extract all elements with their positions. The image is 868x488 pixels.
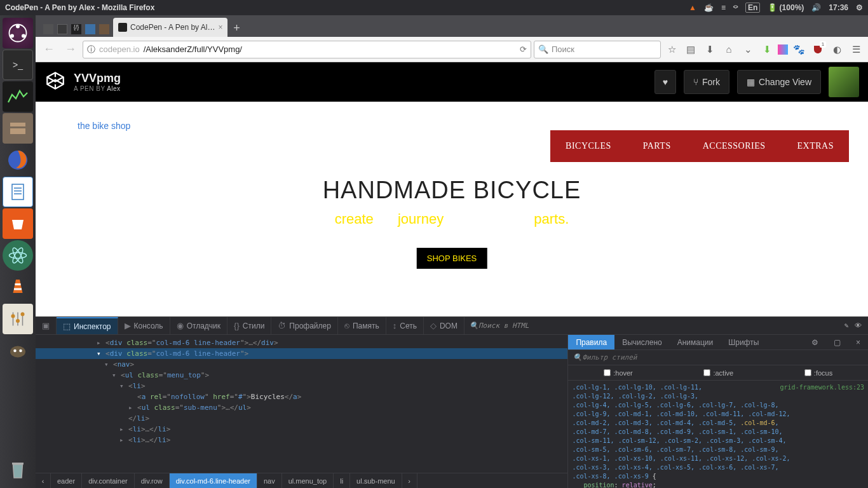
pen-title[interactable]: YVVpmg bbox=[74, 72, 121, 85]
ext2-icon[interactable] bbox=[778, 44, 788, 55]
dock-trash-icon[interactable] bbox=[3, 455, 33, 485]
rtab-fonts[interactable]: Шрифты bbox=[721, 335, 766, 349]
crumb-prev[interactable]: ‹ bbox=[36, 473, 51, 488]
nav-parts[interactable]: PARTS bbox=[643, 141, 671, 151]
crumb-col[interactable]: div.col-md-6.line-header bbox=[170, 473, 257, 488]
user-avatar[interactable] bbox=[829, 67, 859, 97]
devtools-tab-console[interactable]: ▶Консоль bbox=[118, 317, 170, 334]
crumb-next[interactable]: › bbox=[402, 473, 417, 488]
devtools-eye-icon[interactable]: 👁 bbox=[855, 322, 862, 330]
dock-gimp-icon[interactable] bbox=[3, 336, 33, 366]
pinned-tab-5[interactable] bbox=[99, 24, 109, 34]
crumb-nav[interactable]: nav bbox=[257, 473, 282, 488]
forward-button[interactable]: → bbox=[61, 40, 80, 59]
devtools-tab-memory[interactable]: ⎋Память bbox=[338, 317, 386, 334]
reader-view-icon[interactable]: ▤ bbox=[682, 41, 699, 58]
active-browser-tab[interactable]: CodePen - A Pen by Al… × bbox=[113, 18, 227, 37]
rules-options-icon[interactable]: ⚙ bbox=[804, 335, 826, 349]
pen-author-link[interactable]: Alex bbox=[107, 85, 120, 92]
devtools-tab-network[interactable]: ↕Сеть bbox=[386, 317, 424, 334]
keyboard-lang[interactable]: En bbox=[745, 3, 760, 13]
devtools-html-search[interactable]: 🔍 Поиск в HTML bbox=[465, 317, 837, 334]
rules-filter-input[interactable]: 🔍 Фильтр стилей bbox=[568, 350, 868, 365]
volume-tray-icon[interactable]: 🔊 bbox=[811, 3, 821, 12]
dock-vlc-icon[interactable] bbox=[3, 272, 33, 302]
tab-close-icon[interactable]: × bbox=[218, 23, 222, 32]
dock-terminal-icon[interactable]: >_ bbox=[3, 50, 33, 80]
tab-favicon-icon bbox=[118, 23, 127, 32]
devtools-tab-styles[interactable]: {}Стили bbox=[227, 317, 271, 334]
fork-button[interactable]: ⑂Fork bbox=[684, 70, 729, 94]
reload-icon[interactable]: ⟳ bbox=[520, 44, 527, 54]
wifi-tray-icon[interactable]: ⌔ bbox=[733, 3, 738, 12]
devtools-edit-icon[interactable]: ✎ bbox=[844, 322, 848, 330]
battery-icon[interactable]: 🔋 (100%) bbox=[768, 3, 804, 12]
dock-firefox-icon[interactable] bbox=[3, 145, 33, 175]
pseudo-focus[interactable]: :focus bbox=[804, 369, 832, 377]
coffee-tray-icon[interactable]: ☕ bbox=[704, 3, 714, 12]
nav-extras[interactable]: EXTRAS bbox=[797, 141, 834, 151]
html-tree[interactable]: ▸<div class="col-md-6 line-header">…</di… bbox=[36, 335, 567, 473]
url-bar[interactable]: ⓘ codepen.io/AleksanderZ/full/YVVpmg/ ⟳ bbox=[83, 41, 531, 58]
pseudo-hover[interactable]: :hover bbox=[604, 369, 633, 377]
rtab-rules[interactable]: Правила bbox=[568, 335, 614, 349]
vlc-tray-icon[interactable]: ▲ bbox=[689, 3, 696, 12]
devtools-tab-debugger[interactable]: ◉Отладчик bbox=[170, 317, 227, 334]
menu-tray-icon[interactable]: ≡ bbox=[721, 3, 726, 12]
devtools-tab-profiler[interactable]: ⏱Профайлер bbox=[271, 317, 338, 334]
rules-close-icon[interactable]: × bbox=[848, 335, 868, 349]
search-bar[interactable]: 🔍 Поиск bbox=[534, 41, 661, 58]
site-info-icon[interactable]: ⓘ bbox=[87, 44, 95, 55]
shop-brand-link[interactable]: the bike shop bbox=[78, 121, 130, 131]
rtab-anim[interactable]: Анимации bbox=[670, 335, 721, 349]
dock-atom-icon[interactable] bbox=[3, 240, 33, 271]
new-tab-button[interactable]: + bbox=[227, 19, 245, 37]
crumb-ul[interactable]: ul.menu_top bbox=[282, 473, 334, 488]
rtab-computed[interactable]: Вычислено bbox=[614, 335, 670, 349]
ext3-icon[interactable]: 🐾 bbox=[790, 41, 807, 58]
menu-icon[interactable]: ☰ bbox=[848, 41, 864, 58]
bookmark-star-icon[interactable]: ☆ bbox=[663, 41, 680, 58]
pinned-tab-4[interactable] bbox=[85, 24, 95, 34]
ext5-icon[interactable]: ◐ bbox=[829, 41, 845, 58]
crumb-submenu[interactable]: ul.sub-menu bbox=[350, 473, 402, 488]
search-engine-icon[interactable]: 🔍 bbox=[538, 44, 548, 54]
ext1-icon[interactable]: ⬇ bbox=[759, 41, 775, 58]
rules-dock-icon[interactable]: ▢ bbox=[826, 335, 848, 349]
crumb-container[interactable]: div.container bbox=[82, 473, 135, 488]
dock-store-icon[interactable] bbox=[3, 208, 33, 239]
heart-icon: ♥ bbox=[663, 77, 668, 87]
crumb-row[interactable]: div.row bbox=[135, 473, 170, 488]
ublock-icon[interactable] bbox=[810, 41, 826, 58]
pseudo-active[interactable]: :active bbox=[703, 369, 733, 377]
rule-source-link[interactable]: grid-framework.less:23 bbox=[780, 383, 864, 392]
back-button[interactable]: ← bbox=[39, 40, 58, 59]
home-icon[interactable]: ⌂ bbox=[721, 41, 737, 58]
crumb-li[interactable]: li bbox=[334, 473, 350, 488]
dock-writer-icon[interactable] bbox=[3, 177, 33, 207]
crumb-header[interactable]: eader bbox=[51, 473, 82, 488]
shop-bikes-button[interactable]: SHOP BIKES bbox=[417, 248, 487, 269]
settings-gear-icon[interactable]: ⚙ bbox=[856, 3, 863, 12]
nav-bicycles[interactable]: BICYCLES bbox=[566, 141, 611, 151]
devtools-tab-inspector[interactable]: ⬚Инспектор bbox=[57, 317, 118, 334]
clock[interactable]: 17:36 bbox=[829, 3, 848, 12]
codepen-logo-icon[interactable] bbox=[44, 70, 66, 94]
pocket-icon[interactable]: ⌄ bbox=[740, 41, 756, 58]
pinned-tab-2[interactable] bbox=[57, 24, 67, 34]
devtools-iframe-icon[interactable]: ▣ bbox=[36, 317, 57, 334]
dock-mixer-icon[interactable] bbox=[3, 304, 33, 334]
nav-accessories[interactable]: ACCESSORIES bbox=[703, 141, 766, 151]
pinned-tab-1[interactable] bbox=[43, 24, 53, 34]
dock-ubuntu-icon[interactable] bbox=[3, 18, 33, 48]
dock-files-icon[interactable] bbox=[3, 113, 33, 144]
pinned-tabs: {/} bbox=[39, 22, 113, 37]
downloads-icon[interactable]: ⬇ bbox=[702, 41, 718, 58]
dock-monitor-icon[interactable] bbox=[3, 81, 33, 112]
change-view-button[interactable]: ▦Change View bbox=[737, 70, 821, 94]
devtools-tab-dom[interactable]: ◇DOM bbox=[424, 317, 465, 334]
pinned-tab-3[interactable]: {/} bbox=[71, 24, 81, 34]
css-rules-view[interactable]: grid-framework.less:23.col-lg-1, .col-lg… bbox=[568, 381, 868, 488]
heart-button[interactable]: ♥ bbox=[654, 70, 676, 94]
browser-tab-strip: {/} CodePen - A Pen by Al… × + bbox=[36, 15, 868, 37]
